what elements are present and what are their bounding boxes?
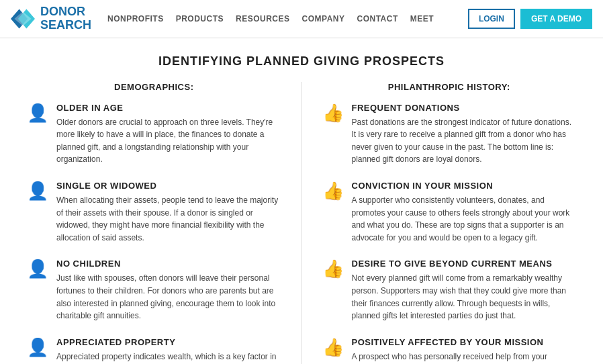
demo-button[interactable]: GET A DEMO: [520, 9, 592, 29]
person-icon-4: 👤: [27, 337, 48, 358]
left-item-3-title: NO CHILDREN: [56, 259, 281, 269]
left-item-3-content: NO CHILDREN Just like with spouses, ofte…: [56, 259, 281, 322]
nav-right: LOGIN GET A DEMO: [468, 9, 592, 29]
nav-contact[interactable]: CONTACT: [357, 14, 398, 24]
right-item-3-desc: Not every planned gift will come from a …: [352, 272, 577, 322]
thumbsup-icon-3: 👍: [322, 259, 344, 279]
right-column: PHILANTHROPIC HISTORY: 👍 FREQUENT DONATI…: [322, 82, 577, 364]
left-item-1-title: OLDER IN AGE: [56, 103, 281, 113]
right-item-4-title: POSITIVELY AFFECTED BY YOUR MISSION: [352, 337, 577, 347]
right-item-4-content: POSITIVELY AFFECTED BY YOUR MISSION A pr…: [352, 337, 577, 364]
logo-donor: DONOR: [40, 5, 91, 19]
nav-company[interactable]: COMPANY: [302, 14, 345, 24]
person-icon-2: 👤: [27, 181, 48, 201]
right-item-1-content: FREQUENT DONATIONS Past donations are th…: [352, 103, 577, 166]
left-column: DEMOGRAPHICS: 👤 OLDER IN AGE Older donor…: [27, 82, 281, 364]
left-item-1-content: OLDER IN AGE Older donors are crucial to…: [56, 103, 281, 166]
nav-nonprofits[interactable]: NONPROFITS: [107, 14, 164, 24]
left-item-2-desc: When allocating their assets, people ten…: [56, 194, 281, 244]
logo-icon: [11, 7, 35, 31]
column-divider: [302, 82, 302, 364]
left-item-2: 👤 SINGLE OR WIDOWED When allocating thei…: [27, 181, 281, 244]
right-item-2-desc: A supporter who consistently volunteers,…: [352, 194, 577, 244]
columns-wrapper: DEMOGRAPHICS: 👤 OLDER IN AGE Older donor…: [27, 82, 576, 364]
left-item-1-desc: Older donors are crucial to approach on …: [56, 116, 281, 166]
left-item-2-content: SINGLE OR WIDOWED When allocating their …: [56, 181, 281, 244]
logo[interactable]: DONOR SEARCH: [11, 5, 91, 32]
main-content: IDENTIFYING PLANNED GIVING PROSPECTS DEM…: [0, 38, 603, 364]
right-item-1-title: FREQUENT DONATIONS: [352, 103, 577, 113]
left-item-4: 👤 APPRECIATED PROPERTY Appreciated prope…: [27, 337, 281, 364]
right-item-1-desc: Past donations are the strongest indicat…: [352, 116, 577, 166]
nav-links: NONPROFITS PRODUCTS RESOURCES COMPANY CO…: [107, 14, 468, 24]
left-item-3-desc: Just like with spouses, often donors wil…: [56, 272, 281, 322]
nav-meet[interactable]: MEET: [410, 14, 434, 24]
right-item-2: 👍 CONVICTION IN YOUR MISSION A supporter…: [322, 181, 577, 244]
page-title: IDENTIFYING PLANNED GIVING PROSPECTS: [27, 54, 576, 69]
right-item-2-title: CONVICTION IN YOUR MISSION: [352, 181, 577, 191]
right-item-4: 👍 POSITIVELY AFFECTED BY YOUR MISSION A …: [322, 337, 577, 364]
left-item-4-content: APPRECIATED PROPERTY Appreciated propert…: [56, 337, 281, 364]
thumbsup-icon-1: 👍: [322, 103, 344, 124]
logo-search: SEARCH: [40, 19, 91, 32]
left-item-1: 👤 OLDER IN AGE Older donors are crucial …: [27, 103, 281, 166]
thumbsup-icon-4: 👍: [322, 337, 344, 358]
person-icon-3: 👤: [27, 259, 48, 279]
right-item-3-title: DESIRE TO GIVE BEYOND CURRENT MEANS: [352, 259, 577, 269]
right-item-4-desc: A prospect who has personally received h…: [352, 351, 577, 364]
left-item-4-desc: Appreciated property indicates wealth, w…: [56, 351, 281, 364]
left-col-header: DEMOGRAPHICS:: [27, 82, 281, 92]
right-item-1: 👍 FREQUENT DONATIONS Past donations are …: [322, 103, 577, 166]
right-item-3-content: DESIRE TO GIVE BEYOND CURRENT MEANS Not …: [352, 259, 577, 322]
navbar: DONOR SEARCH NONPROFITS PRODUCTS RESOURC…: [0, 0, 603, 38]
thumbsup-icon-2: 👍: [322, 181, 344, 201]
nav-resources[interactable]: RESOURCES: [236, 14, 290, 24]
right-item-3: 👍 DESIRE TO GIVE BEYOND CURRENT MEANS No…: [322, 259, 577, 322]
left-item-4-title: APPRECIATED PROPERTY: [56, 337, 281, 347]
right-item-2-content: CONVICTION IN YOUR MISSION A supporter w…: [352, 181, 577, 244]
nav-products[interactable]: PRODUCTS: [176, 14, 224, 24]
logo-text: DONOR SEARCH: [40, 5, 91, 32]
person-icon-1: 👤: [27, 103, 48, 124]
right-col-header: PHILANTHROPIC HISTORY:: [322, 82, 577, 92]
left-item-3: 👤 NO CHILDREN Just like with spouses, of…: [27, 259, 281, 322]
left-item-2-title: SINGLE OR WIDOWED: [56, 181, 281, 191]
login-button[interactable]: LOGIN: [468, 9, 515, 29]
